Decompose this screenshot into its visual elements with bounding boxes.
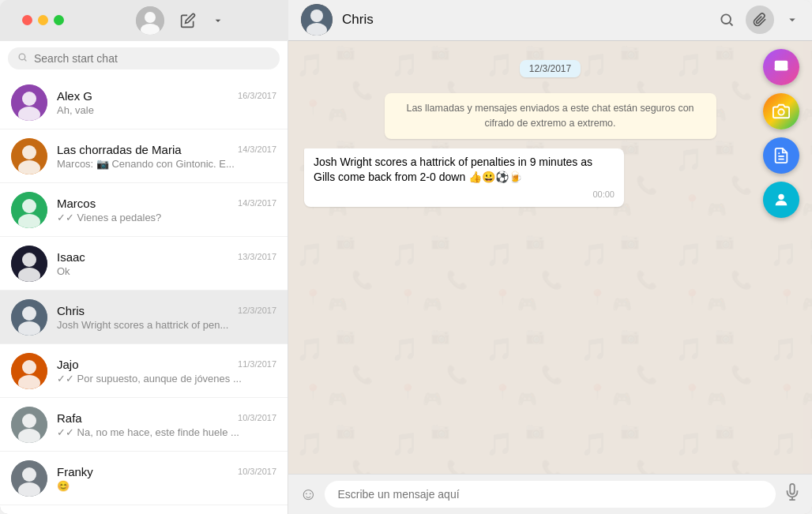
svg-point-17 xyxy=(22,199,36,213)
chat-messages: 12/3/2017 Las llamadas y mensajes enviad… xyxy=(288,41,812,474)
chat-info: Las chorradas de Maria 14/3/2017 Marcos:… xyxy=(57,143,276,170)
chat-name: Marcos xyxy=(57,197,96,210)
contact-avatar[interactable] xyxy=(301,4,333,36)
chat-item-alex-g[interactable]: Alex G 16/3/2017 Ah, vale xyxy=(0,76,288,129)
svg-line-9 xyxy=(24,59,26,61)
chat-preview: Ok xyxy=(57,265,276,277)
chat-item-las-chorradas[interactable]: Las chorradas de Maria 14/3/2017 Marcos:… xyxy=(0,129,288,183)
date-badge: 12/3/2017 xyxy=(520,60,581,77)
svg-point-11 xyxy=(22,92,36,106)
avatar xyxy=(11,84,47,121)
svg-point-41 xyxy=(777,63,780,66)
app-body: Alex G 16/3/2017 Ah, vale Las chorradas … xyxy=(0,41,812,514)
chat-item-rafa[interactable]: Rafa 10/3/2017 ✓✓ Na, no me hace, este f… xyxy=(0,398,288,452)
chat-list: Alex G 16/3/2017 Ah, vale Las chorradas … xyxy=(0,76,288,514)
chat-info: Chris 12/3/2017 Josh Wright scores a hat… xyxy=(57,304,276,331)
chat-name: Las chorradas de Maria xyxy=(57,143,182,156)
title-bar: Chris xyxy=(0,0,812,41)
chat-date: 14/3/2017 xyxy=(238,144,276,154)
chat-item-jajo[interactable]: Jajo 11/3/2017 ✓✓ Por supuesto, aunque d… xyxy=(0,344,288,398)
search-bar xyxy=(8,47,280,69)
fab-contact-button[interactable] xyxy=(763,182,799,218)
chat-info: Jajo 11/3/2017 ✓✓ Por supuesto, aunque d… xyxy=(57,358,276,385)
attachment-button[interactable] xyxy=(746,6,774,34)
message-text: Josh Wright scores a hattrick of penalti… xyxy=(314,156,592,184)
chat-name: Isaac xyxy=(57,250,85,264)
chat-preview: ✓✓ Vienes a pedales? xyxy=(57,212,276,223)
svg-point-42 xyxy=(778,109,784,114)
chat-input-bar: ☺ xyxy=(288,474,812,514)
svg-point-45 xyxy=(778,194,784,200)
chat-header-icons xyxy=(719,6,799,34)
mic-button[interactable] xyxy=(784,483,801,505)
emoji-button[interactable]: ☺ xyxy=(299,484,317,505)
chat-info: Isaac 13/3/2017 Ok xyxy=(57,250,276,277)
avatar xyxy=(11,460,47,497)
chat-date: 16/3/2017 xyxy=(238,91,276,100)
chat-date: 11/3/2017 xyxy=(238,359,276,369)
chat-info: Franky 10/3/2017 😊 xyxy=(57,465,276,492)
search-input[interactable] xyxy=(34,52,270,65)
close-button[interactable] xyxy=(22,15,32,25)
chat-name: Franky xyxy=(57,465,93,478)
chat-info: Rafa 10/3/2017 ✓✓ Na, no me hace, este f… xyxy=(57,411,276,438)
chat-info: Marcos 14/3/2017 ✓✓ Vienes a pedales? xyxy=(57,197,276,223)
svg-point-1 xyxy=(145,12,156,23)
chat-area: 🎵 📷 📞 📍 🎮 xyxy=(288,41,812,514)
chat-date: 10/3/2017 xyxy=(238,413,276,422)
chat-preview: Ah, vale xyxy=(57,104,276,116)
svg-point-14 xyxy=(22,145,36,159)
svg-point-26 xyxy=(22,360,36,374)
chat-header: Chris xyxy=(288,0,812,41)
svg-point-20 xyxy=(22,253,36,267)
chat-name: Jajo xyxy=(57,358,79,371)
avatar xyxy=(11,353,47,389)
svg-point-29 xyxy=(22,414,36,428)
fab-media-button[interactable] xyxy=(763,49,799,85)
fab-document-button[interactable] xyxy=(763,137,799,174)
search-icon xyxy=(17,52,28,65)
svg-point-32 xyxy=(22,467,36,482)
chat-preview: ✓✓ Por supuesto, aunque de jóvenes ... xyxy=(57,373,276,385)
chat-info: Alex G 16/3/2017 Ah, vale xyxy=(57,89,276,116)
chat-preview: Marcos: 📷 Cenando con Gintonic. E... xyxy=(57,158,276,170)
app-window: Chris xyxy=(0,0,812,514)
chat-item-chris[interactable]: Chris 12/3/2017 Josh Wright scores a hat… xyxy=(0,291,288,344)
compose-button[interactable] xyxy=(180,13,196,28)
chat-preview: Josh Wright scores a hattrick of pen... xyxy=(57,319,276,331)
chat-date: 13/3/2017 xyxy=(238,252,276,261)
security-notice: Las llamadas y mensajes enviados a este … xyxy=(385,93,716,139)
chat-date: 12/3/2017 xyxy=(238,306,276,315)
fab-photo-button[interactable] xyxy=(763,93,799,129)
message-time: 00:00 xyxy=(314,189,615,201)
chat-date: 14/3/2017 xyxy=(238,198,276,208)
avatar xyxy=(11,192,47,228)
avatar[interactable] xyxy=(136,6,164,35)
contact-name: Chris xyxy=(342,12,709,28)
minimize-button[interactable] xyxy=(38,15,48,25)
chat-name: Chris xyxy=(57,304,85,317)
svg-point-4 xyxy=(310,9,323,22)
fab-container xyxy=(763,49,799,218)
sidebar: Alex G 16/3/2017 Ah, vale Las chorradas … xyxy=(0,41,288,514)
maximize-button[interactable] xyxy=(54,15,64,25)
chat-name: Rafa xyxy=(57,411,82,425)
chat-item-isaac[interactable]: Isaac 13/3/2017 Ok xyxy=(0,237,288,291)
dropdown-button[interactable] xyxy=(212,14,224,27)
chat-item-marcos[interactable]: Marcos 14/3/2017 ✓✓ Vienes a pedales? xyxy=(0,183,288,237)
message-input[interactable] xyxy=(325,481,776,508)
avatar xyxy=(11,299,47,336)
avatar xyxy=(11,246,47,282)
svg-point-23 xyxy=(22,306,36,321)
chat-preview: 😊 xyxy=(57,480,276,492)
chat-item-franky[interactable]: Franky 10/3/2017 😊 xyxy=(0,452,288,505)
chat-name: Alex G xyxy=(57,89,92,103)
chat-date: 10/3/2017 xyxy=(238,467,276,476)
more-options-button[interactable] xyxy=(785,13,799,27)
avatar xyxy=(11,407,47,443)
search-button[interactable] xyxy=(719,12,735,28)
message-bubble: Josh Wright scores a hattrick of penalti… xyxy=(304,148,624,208)
svg-point-6 xyxy=(721,14,731,24)
chat-preview: ✓✓ Na, no me hace, este finde huele ... xyxy=(57,426,276,438)
svg-point-8 xyxy=(19,54,25,60)
